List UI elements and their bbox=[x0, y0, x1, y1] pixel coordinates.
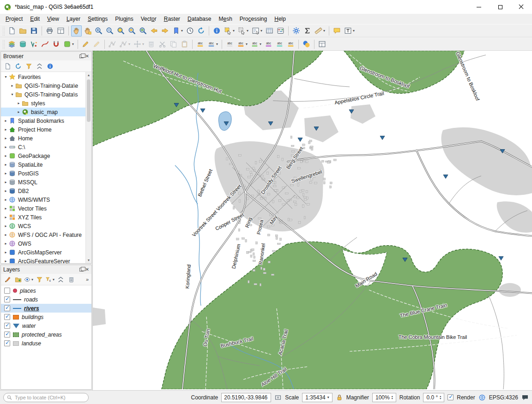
filter-browser-button[interactable] bbox=[24, 61, 33, 71]
messages-icon[interactable] bbox=[521, 394, 529, 401]
add-selected-layers-button[interactable] bbox=[3, 61, 12, 71]
browser-item-wcs[interactable]: ▸WCS bbox=[1, 222, 91, 230]
rotation-spinbox[interactable]: 0.0 ° bbox=[423, 393, 444, 402]
layers-panel-header[interactable]: Layers ✕ bbox=[1, 265, 91, 274]
text-annotation-button[interactable]: ▾ bbox=[343, 25, 356, 36]
browser-item-spatialite[interactable]: ▸SpatiaLite bbox=[1, 160, 91, 169]
toggle-editing-button[interactable] bbox=[80, 39, 91, 50]
expand-collapse-all-button[interactable] bbox=[56, 275, 65, 284]
locate-input[interactable] bbox=[14, 394, 85, 401]
browser-item-arcgismapserver[interactable]: ▸ArcGisMapServer bbox=[1, 248, 91, 257]
scrollbar-thumb[interactable] bbox=[87, 79, 91, 122]
browser-float-button[interactable] bbox=[79, 54, 84, 58]
add-group-button[interactable] bbox=[13, 275, 23, 284]
filter-legend-button[interactable] bbox=[35, 275, 44, 284]
menu-mesh[interactable]: Mesh bbox=[215, 14, 236, 24]
chevron-right-icon[interactable]: ▸ bbox=[3, 198, 9, 202]
menu-edit[interactable]: Edit bbox=[26, 14, 43, 24]
browser-item-geopackage[interactable]: ▸GeoPackage bbox=[1, 151, 91, 160]
layer-visibility-checkbox[interactable] bbox=[4, 296, 10, 302]
layer-visibility-checkbox[interactable] bbox=[4, 332, 10, 338]
chevron-right-icon[interactable]: ▸ bbox=[16, 110, 22, 114]
manage-map-themes-dropdown-icon[interactable]: ▾ bbox=[31, 277, 33, 282]
new-geopackage-layer-dropdown-icon[interactable]: ▾ bbox=[72, 42, 74, 46]
layer-diagram-options-dropdown-icon[interactable]: ▾ bbox=[216, 42, 218, 46]
refresh-browser-button[interactable] bbox=[13, 61, 23, 71]
add-delimited-text-layer-button[interactable] bbox=[51, 39, 61, 50]
text-annotation-dropdown-icon[interactable]: ▾ bbox=[353, 29, 355, 33]
deselect-features-dropdown-icon[interactable]: ▾ bbox=[247, 29, 248, 33]
add-mesh-layer-button[interactable] bbox=[40, 39, 50, 50]
zoom-last-button[interactable] bbox=[149, 25, 159, 36]
add-raster-layer-button[interactable] bbox=[29, 39, 39, 50]
scale-combo[interactable]: 1:35434 bbox=[302, 393, 332, 402]
browser-item-qgis-training-data-e[interactable]: ▸QGIS-Training-Data\e bbox=[1, 81, 91, 90]
pan-map-button[interactable] bbox=[71, 25, 82, 36]
render-checkbox[interactable] bbox=[447, 394, 453, 400]
browser-item-mssql[interactable]: ▸MSSQL bbox=[1, 178, 91, 187]
menu-project[interactable]: Project bbox=[2, 14, 26, 24]
layer-visibility-checkbox[interactable] bbox=[4, 288, 10, 294]
zoom-next-button[interactable] bbox=[160, 25, 170, 36]
chevron-right-icon[interactable]: ▸ bbox=[3, 233, 9, 237]
layer-item-roads[interactable]: roads bbox=[1, 295, 91, 304]
show-statistics-button[interactable] bbox=[302, 25, 313, 36]
open-attribute-table-button[interactable] bbox=[264, 25, 275, 36]
move-label-button[interactable] bbox=[263, 39, 274, 50]
menu-view[interactable]: View bbox=[43, 14, 63, 24]
menu-raster[interactable]: Raster bbox=[160, 14, 184, 24]
chevron-right-icon[interactable]: ▸ bbox=[9, 84, 15, 88]
layer-visibility-checkbox[interactable] bbox=[4, 305, 10, 311]
project-save-button[interactable] bbox=[29, 25, 39, 36]
measure-line-dropdown-icon[interactable]: ▾ bbox=[323, 29, 325, 33]
zoom-to-selection-button[interactable] bbox=[127, 25, 137, 36]
chevron-right-icon[interactable]: ▸ bbox=[3, 250, 9, 254]
map-canvas[interactable]: Wolfkloof Hut to Glenstroom HutGlenstroo… bbox=[92, 51, 532, 390]
browser-item-basic-map[interactable]: ▸basic_map bbox=[1, 108, 91, 116]
layers-toolbar-overflow[interactable]: » bbox=[86, 277, 90, 282]
new-spatial-bookmark-dropdown-icon[interactable]: ▾ bbox=[181, 29, 183, 33]
layer-labeling-options-button[interactable] bbox=[195, 39, 206, 50]
pin-unpin-labels-dropdown-icon[interactable]: ▾ bbox=[246, 42, 248, 46]
menu-database[interactable]: Database bbox=[184, 14, 215, 24]
identify-features-button[interactable] bbox=[212, 25, 222, 36]
chevron-right-icon[interactable]: ▸ bbox=[3, 145, 9, 149]
project-open-button[interactable] bbox=[18, 25, 28, 36]
change-label-properties-button[interactable] bbox=[285, 39, 296, 50]
coordinate-input[interactable] bbox=[221, 393, 271, 402]
chevron-right-icon[interactable]: ▸ bbox=[3, 180, 9, 184]
browser-item-db2[interactable]: ▸DB2 bbox=[1, 187, 91, 195]
crs-globe-icon[interactable] bbox=[478, 394, 486, 401]
new-print-layout-button[interactable] bbox=[44, 25, 55, 36]
browser-item-vector-tiles[interactable]: ▸Vector Tiles bbox=[1, 204, 91, 213]
select-features-dropdown-icon[interactable]: ▾ bbox=[233, 29, 235, 33]
select-by-form-button[interactable]: ▾ bbox=[250, 25, 264, 36]
chevron-right-icon[interactable]: ▸ bbox=[3, 119, 9, 123]
processing-toolbox-button[interactable] bbox=[291, 25, 302, 36]
zoom-to-layer-button[interactable] bbox=[138, 25, 148, 36]
layer-visibility-checkbox[interactable] bbox=[4, 323, 10, 329]
highlight-pinned-labels-button[interactable] bbox=[224, 39, 235, 50]
browser-item-postgis[interactable]: ▸PostGIS bbox=[1, 169, 91, 178]
manage-map-themes-button[interactable]: ▾ bbox=[24, 275, 33, 284]
maximize-button[interactable] bbox=[490, 0, 511, 14]
chevron-right-icon[interactable]: ▸ bbox=[3, 136, 9, 140]
browser-item-c-[interactable]: ▸C:\ bbox=[1, 143, 91, 151]
menu-layer[interactable]: Layer bbox=[63, 14, 84, 24]
layer-item-protected_areas[interactable]: protected_areas bbox=[1, 330, 91, 339]
browser-close-button[interactable]: ✕ bbox=[85, 54, 89, 59]
zoom-full-button[interactable] bbox=[115, 25, 126, 36]
chevron-right-icon[interactable]: ▸ bbox=[3, 171, 9, 175]
chevron-right-icon[interactable]: ▸ bbox=[3, 215, 9, 219]
zoom-in-button[interactable] bbox=[93, 25, 104, 36]
chevron-down-icon[interactable]: ▾ bbox=[3, 75, 9, 79]
chevron-right-icon[interactable]: ▸ bbox=[3, 189, 9, 193]
epsg-label[interactable]: EPSG:4326 bbox=[489, 394, 518, 401]
open-layer-styling-button[interactable] bbox=[3, 275, 12, 284]
title-bar[interactable]: *basic_map - QGIS 3e6ae65df1 bbox=[0, 0, 532, 14]
lock-scale-icon[interactable] bbox=[336, 394, 343, 401]
browser-item-wms-wmts[interactable]: ▸WMS/WMTS bbox=[1, 195, 91, 204]
close-button[interactable] bbox=[511, 0, 532, 14]
locate-box[interactable] bbox=[3, 393, 89, 402]
chevron-right-icon[interactable]: ▸ bbox=[3, 206, 9, 211]
